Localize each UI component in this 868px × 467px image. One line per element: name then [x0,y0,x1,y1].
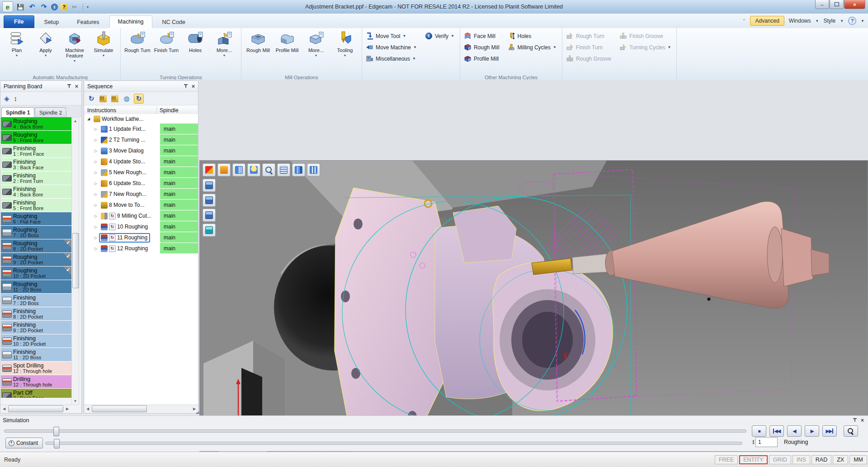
operation-number-field[interactable]: 1 [755,437,778,447]
simulation-zoom-button[interactable] [844,425,858,437]
operation-item[interactable]: Roughing 7 : 2D Boss ✓ [1,226,71,239]
rough-mill-cycle-button[interactable]: Rough Mill [463,42,502,53]
zoom-window-button[interactable] [262,163,275,176]
tab-features[interactable]: Features [69,16,107,28]
expand-arrow-icon[interactable] [94,138,100,142]
holes-cycle-button[interactable]: Holes [507,30,559,42]
planning-horizontal-scrollbar[interactable]: ◀ ▶ [0,405,71,413]
sequence-instruction-row[interactable]: ↻ 4 Update Sto... main [85,156,198,167]
help-button[interactable]: ? [61,4,67,10]
sort-operations-icon[interactable]: ↕ [14,95,18,102]
operation-item[interactable]: Finishing 9 : 2D Pocket ✓ [1,321,71,334]
status-flag-toggle[interactable]: GRID [769,455,791,464]
operation-item[interactable]: Finishing 1 : Front Face ✓ [1,144,71,157]
machine-simulation-button[interactable] [203,163,216,176]
machine-feature-button[interactable]: Machine Feature▼ [61,29,89,81]
auto-update-toggle-icon[interactable]: ↻ [134,94,144,104]
collapse-ribbon-button[interactable]: ⌃ [742,19,746,23]
expand-arrow-icon[interactable] [94,160,100,164]
rough-mill-button[interactable]: Rough Mill [244,29,272,81]
operation-item[interactable]: Finishing 3 : Back Face ✓ [1,158,71,171]
skip-to-end-button[interactable]: ▶▶ [822,425,837,437]
spindle-column-header[interactable]: Spindle [160,107,179,114]
operation-item[interactable]: Finishing 11 : 2D Boss ✓ [1,348,71,361]
status-flag-toggle[interactable]: RAD [811,455,831,464]
scrollbar-thumb[interactable] [72,233,79,288]
style-menu[interactable]: Style [823,18,835,24]
operation-item[interactable]: Roughing 5 : Front Bore ✓ [1,131,71,144]
holes-turning-button[interactable]: Holes [181,29,209,81]
refresh-sequence-icon[interactable]: ↻ [87,94,96,103]
new-sequence-icon[interactable]: ▤★ [99,94,108,103]
minimize-button[interactable]: – [815,0,829,9]
operation-item[interactable]: Finishing 4 : Back Bore ✓ [1,185,71,198]
stepper-arrows[interactable]: ▲▼ [752,439,755,445]
turning-cycles-button[interactable]: Turning Cycles▼ [618,42,674,53]
more-mill-button[interactable]: More...▼ [302,29,330,81]
help-icon[interactable]: ? [848,17,856,25]
play-button[interactable]: ▶ [805,425,819,437]
status-flag-toggle[interactable]: ENTITY [739,455,767,464]
constant-speed-toggle[interactable]: Constant [5,438,43,448]
speed-slider[interactable] [45,442,742,445]
scroll-down-icon[interactable]: ▼ [72,398,79,405]
operation-item[interactable]: Roughing 8 : 2D Pocket ✓ [1,239,71,253]
progress-slider-handle[interactable] [53,427,59,436]
edgecam-logo-icon[interactable]: e [2,1,13,12]
expand-arrow-icon[interactable] [94,236,100,240]
expand-arrow-icon[interactable] [94,181,100,186]
sequence-instruction-row[interactable]: ↻ 3 Move Dialog main [85,145,198,156]
operation-item[interactable]: Finishing 7 : 2D Boss ✓ [1,294,71,307]
scroll-left-icon[interactable]: ◀ [84,407,91,411]
stop-button[interactable]: ■ [752,425,766,437]
sequence-instruction-row[interactable]: ↻ Workflow Lathe... [85,114,198,124]
tab-spindle-2[interactable]: Spindle 2 [35,107,67,117]
status-flag-toggle[interactable]: MM [849,455,867,464]
miscellaneous-button[interactable]: Miscellaneous▼ [365,53,420,64]
expand-arrow-icon[interactable] [94,192,100,196]
scroll-right-icon[interactable]: ▶ [191,407,198,411]
status-flag-toggle[interactable]: INS [793,455,810,464]
sequence-instruction-row[interactable]: ↻ 11 Roughing main [85,232,198,243]
windows-menu-arrow[interactable]: ▼ [816,19,819,23]
face-mill-button[interactable]: Face Mill [463,30,502,42]
operation-item[interactable]: Drilling 12 : Through hole ✓ [1,375,71,388]
finish-turn-button[interactable]: Finish Turn [152,29,180,81]
scrollbar-thumb[interactable] [8,405,63,412]
machine-display-button[interactable] [203,209,216,222]
save-button[interactable]: 💾 [16,2,25,11]
simulation-progress-slider[interactable] [4,429,746,433]
scroll-left-icon[interactable]: ◀ [0,407,8,411]
sequence-horizontal-scrollbar[interactable]: ◀ ▶ [84,405,198,413]
sequence-instruction-row[interactable]: ↻ 2 T2 Turning ... main [85,134,198,145]
sequence-instruction-row[interactable]: ↻ 12 Roughing main [85,243,198,254]
tab-nc-code[interactable]: NC Code [154,16,193,28]
scrollbar-thumb[interactable] [92,405,147,412]
finish-groove-button[interactable]: Finish Groove [618,30,674,42]
tooling-button[interactable]: Tooling▼ [331,29,359,81]
sequence-instruction-row[interactable]: ↻ 6 Update Sto... main [85,178,198,189]
skip-to-start-button[interactable]: ◀◀ [769,425,784,437]
tab-file[interactable]: File [4,15,34,28]
restore-button[interactable] [830,0,844,9]
cut-button[interactable]: ✂ [70,2,79,11]
render-mode-button[interactable] [247,163,260,176]
tab-machining[interactable]: Machining [109,15,152,28]
operation-item[interactable]: Part Off 3 : Back Face ✓ [1,389,71,398]
toolpath-display-button[interactable] [203,224,216,237]
rough-groove-button[interactable]: Rough Groove [565,53,614,64]
simulate-button[interactable]: Simulate▼ [90,29,118,81]
measure-button[interactable] [217,163,231,176]
finish-turn-cycle-button[interactable]: Finish Turn [565,42,614,53]
sequence-instruction-row[interactable]: ↻ 7 New Rough... main [85,189,198,200]
pin-icon[interactable] [67,84,72,89]
scroll-up-icon[interactable]: ▲ [72,118,79,124]
instructions-column-header[interactable]: Instructions [84,107,116,114]
operation-item[interactable]: Roughing 4 : Back Bore ✓ [1,117,71,130]
operation-item[interactable]: Spot Drilling 12 : Through hole ✓ [1,362,71,375]
apply-plan-icon[interactable]: ◈ [4,95,9,103]
sequence-list-icon[interactable]: ▤▤ [110,94,119,103]
analysis-button[interactable] [292,163,305,176]
sequence-instruction-row[interactable]: ↻ 8 Move to To... main [85,200,198,210]
advanced-mode-button[interactable]: Advanced [750,16,784,26]
